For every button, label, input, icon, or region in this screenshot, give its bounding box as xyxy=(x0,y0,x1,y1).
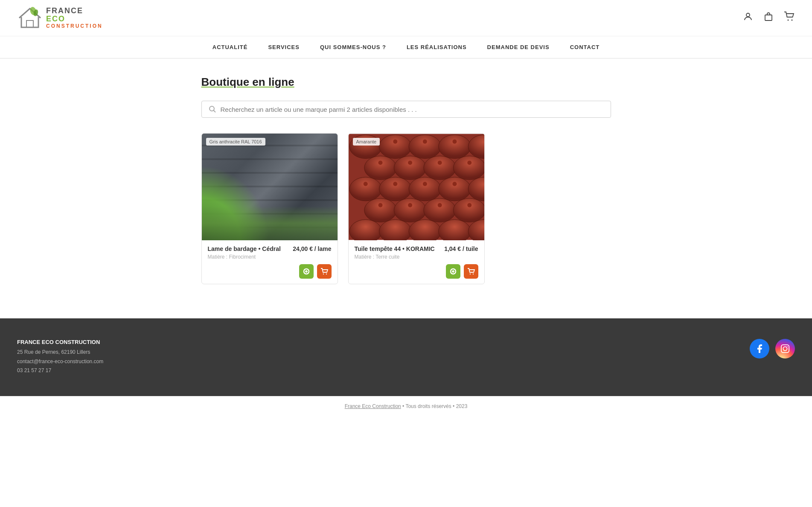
svg-point-58 xyxy=(472,274,473,274)
site-footer: FRANCE ECO CONSTRUCTION 25 Rue de Pernes… xyxy=(0,318,812,396)
nav-item-contact[interactable]: CONTACT xyxy=(570,44,600,50)
svg-point-23 xyxy=(453,156,484,180)
svg-point-5 xyxy=(788,20,789,21)
nav-item-les-realisations[interactable]: LES RÉALISATIONS xyxy=(407,44,467,50)
instagram-icon[interactable] xyxy=(775,339,795,358)
user-icon[interactable] xyxy=(743,12,753,24)
svg-point-24 xyxy=(349,177,381,201)
svg-point-29 xyxy=(364,198,396,222)
footer-bottom-suffix: • Tous droits réservés • 2023 xyxy=(401,403,468,409)
svg-point-17 xyxy=(409,135,441,159)
product-actions-1 xyxy=(208,264,332,279)
svg-point-39 xyxy=(393,140,397,144)
svg-point-47 xyxy=(393,182,397,186)
product-name-2: Tuile tempête 44 • KORAMIC xyxy=(355,245,435,252)
logo[interactable]: FRANCE ECO CONSTRUCTION xyxy=(17,5,103,31)
product-card-1[interactable]: Gris anthracite RAL 7016 Lame de bardage… xyxy=(201,133,338,284)
footer-address: 25 Rue de Pernes, 62190 Lillers contact@… xyxy=(17,348,103,376)
add-to-compare-button-2[interactable] xyxy=(446,264,460,279)
logo-construction: CONSTRUCTION xyxy=(46,23,103,29)
add-to-cart-button-1[interactable] xyxy=(317,264,332,279)
svg-point-21 xyxy=(394,156,426,180)
footer-company-name: FRANCE ECO CONSTRUCTION xyxy=(17,339,103,345)
svg-point-61 xyxy=(787,346,788,347)
logo-house-icon xyxy=(17,5,43,31)
site-header: FRANCE ECO CONSTRUCTION xyxy=(0,0,812,36)
page-title: Boutique en ligne xyxy=(201,76,611,89)
product-name-row-1: Lame de bardage • Cédral 24,00 € / lame xyxy=(208,245,332,252)
svg-point-42 xyxy=(378,160,382,165)
logo-eco: ECO xyxy=(46,15,103,23)
svg-point-32 xyxy=(453,198,484,222)
svg-point-44 xyxy=(437,160,442,165)
product-img-cedral xyxy=(202,134,338,240)
svg-point-12 xyxy=(323,274,323,274)
svg-point-50 xyxy=(378,203,382,207)
product-material-1: Matière : Fibrociment xyxy=(208,254,332,260)
svg-point-31 xyxy=(423,198,456,222)
svg-point-40 xyxy=(422,140,427,144)
nav-item-qui-sommes-nous[interactable]: QUI SOMMES-NOUS ? xyxy=(320,44,386,50)
product-badge-2: Amarante xyxy=(353,138,380,146)
facebook-icon[interactable] xyxy=(750,339,769,358)
footer-bottom-link[interactable]: France Eco Construction xyxy=(345,403,401,409)
svg-point-57 xyxy=(469,274,470,274)
search-input[interactable] xyxy=(221,106,604,113)
footer-email: contact@france-eco-construction.com xyxy=(17,358,103,364)
svg-point-60 xyxy=(783,347,787,350)
svg-point-49 xyxy=(452,182,457,186)
product-name-row-2: Tuile tempête 44 • KORAMIC 1,04 € / tuil… xyxy=(355,245,478,252)
nav-item-demande-de-devis[interactable]: DEMANDE DE DEVIS xyxy=(487,44,550,50)
svg-point-7 xyxy=(210,106,214,111)
product-card-2[interactable]: Amarante Tuile tempête 44 • KORAMIC 1,04… xyxy=(348,133,485,284)
add-to-compare-button-1[interactable] xyxy=(299,264,314,279)
svg-point-27 xyxy=(438,177,471,201)
svg-point-46 xyxy=(363,182,367,186)
svg-rect-4 xyxy=(765,15,772,20)
search-icon xyxy=(209,105,216,113)
svg-point-3 xyxy=(746,13,750,17)
svg-point-20 xyxy=(364,156,396,180)
svg-line-8 xyxy=(213,111,215,113)
svg-point-51 xyxy=(408,203,412,207)
products-grid: Gris anthracite RAL 7016 Lame de bardage… xyxy=(201,133,611,284)
nav-item-services[interactable]: SERVICES xyxy=(268,44,300,50)
header-icons xyxy=(743,12,795,24)
svg-point-48 xyxy=(422,182,427,186)
product-img-koramic xyxy=(349,134,484,240)
main-content: Boutique en ligne Gris anthracite RAL 70… xyxy=(193,58,620,318)
svg-point-43 xyxy=(408,160,412,165)
footer-bottom: France Eco Construction • Tous droits ré… xyxy=(0,396,812,416)
logo-text: FRANCE ECO CONSTRUCTION xyxy=(46,7,103,29)
svg-point-52 xyxy=(437,203,442,207)
footer-social xyxy=(750,339,795,358)
svg-point-18 xyxy=(438,135,471,159)
footer-info: FRANCE ECO CONSTRUCTION 25 Rue de Pernes… xyxy=(17,339,103,376)
product-info-1: Lame de bardage • Cédral 24,00 € / lame … xyxy=(202,240,338,284)
footer-address-line1: 25 Rue de Pernes, 62190 Lillers xyxy=(17,349,90,355)
nav-item-actualite[interactable]: ACTUALITÉ xyxy=(212,44,248,50)
svg-point-41 xyxy=(452,140,457,144)
svg-point-30 xyxy=(394,198,426,222)
product-image-2: Amarante xyxy=(349,134,484,240)
product-price-2: 1,04 € / tuile xyxy=(444,245,478,252)
product-info-2: Tuile tempête 44 • KORAMIC 1,04 € / tuil… xyxy=(349,240,484,284)
product-badge-1: Gris anthracite RAL 7016 xyxy=(206,138,265,146)
product-image-1: Gris anthracite RAL 7016 xyxy=(202,134,338,240)
plant-decoration xyxy=(202,166,270,240)
logo-france: FRANCE xyxy=(46,7,103,15)
svg-rect-59 xyxy=(781,345,789,353)
product-name-1: Lame de bardage • Cédral xyxy=(208,245,281,252)
cart-icon[interactable] xyxy=(784,12,795,24)
add-to-cart-button-2[interactable] xyxy=(464,264,478,279)
search-bar xyxy=(201,101,611,118)
svg-point-25 xyxy=(379,177,411,201)
bag-icon[interactable] xyxy=(763,12,774,24)
product-price-1: 24,00 € / lame xyxy=(293,245,331,252)
svg-point-53 xyxy=(467,203,471,207)
svg-point-6 xyxy=(792,20,793,21)
product-actions-2 xyxy=(355,264,478,279)
svg-point-45 xyxy=(467,160,471,165)
svg-point-26 xyxy=(409,177,441,201)
svg-point-13 xyxy=(326,274,326,274)
